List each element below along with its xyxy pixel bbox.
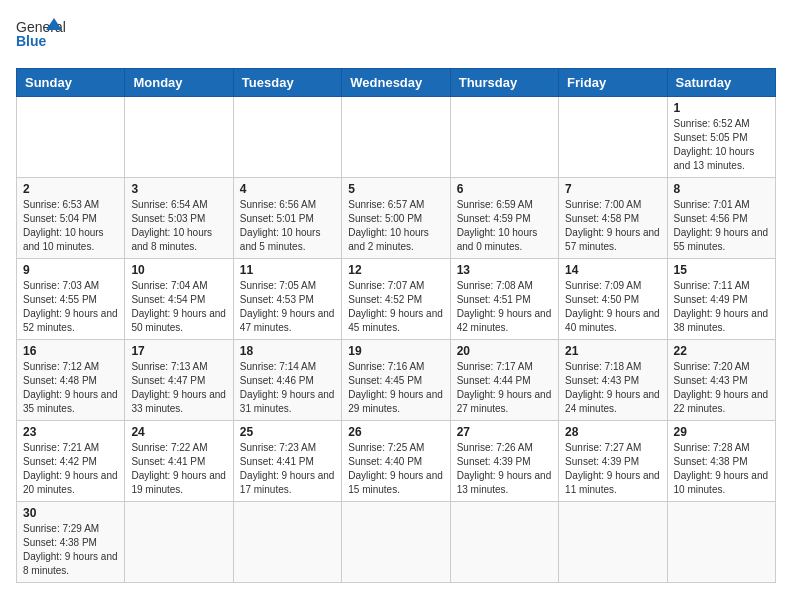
calendar-cell: 10Sunrise: 7:04 AM Sunset: 4:54 PM Dayli… — [125, 259, 233, 340]
day-number: 19 — [348, 344, 443, 358]
weekday-header-sunday: Sunday — [17, 69, 125, 97]
calendar-cell: 7Sunrise: 7:00 AM Sunset: 4:58 PM Daylig… — [559, 178, 667, 259]
calendar-cell: 27Sunrise: 7:26 AM Sunset: 4:39 PM Dayli… — [450, 421, 558, 502]
day-info: Sunrise: 6:54 AM Sunset: 5:03 PM Dayligh… — [131, 198, 226, 254]
day-number: 24 — [131, 425, 226, 439]
day-number: 27 — [457, 425, 552, 439]
weekday-header-monday: Monday — [125, 69, 233, 97]
weekday-header-thursday: Thursday — [450, 69, 558, 97]
day-info: Sunrise: 6:57 AM Sunset: 5:00 PM Dayligh… — [348, 198, 443, 254]
day-number: 18 — [240, 344, 335, 358]
day-info: Sunrise: 7:13 AM Sunset: 4:47 PM Dayligh… — [131, 360, 226, 416]
day-number: 14 — [565, 263, 660, 277]
day-info: Sunrise: 7:07 AM Sunset: 4:52 PM Dayligh… — [348, 279, 443, 335]
svg-text:Blue: Blue — [16, 33, 47, 49]
day-number: 26 — [348, 425, 443, 439]
day-number: 6 — [457, 182, 552, 196]
day-info: Sunrise: 7:25 AM Sunset: 4:40 PM Dayligh… — [348, 441, 443, 497]
day-number: 25 — [240, 425, 335, 439]
day-info: Sunrise: 7:18 AM Sunset: 4:43 PM Dayligh… — [565, 360, 660, 416]
weekday-header-saturday: Saturday — [667, 69, 775, 97]
day-number: 2 — [23, 182, 118, 196]
day-info: Sunrise: 7:20 AM Sunset: 4:43 PM Dayligh… — [674, 360, 769, 416]
day-info: Sunrise: 6:53 AM Sunset: 5:04 PM Dayligh… — [23, 198, 118, 254]
day-number: 23 — [23, 425, 118, 439]
calendar-cell — [559, 502, 667, 583]
day-info: Sunrise: 7:17 AM Sunset: 4:44 PM Dayligh… — [457, 360, 552, 416]
day-info: Sunrise: 7:28 AM Sunset: 4:38 PM Dayligh… — [674, 441, 769, 497]
day-info: Sunrise: 7:11 AM Sunset: 4:49 PM Dayligh… — [674, 279, 769, 335]
weekday-header-row: SundayMondayTuesdayWednesdayThursdayFrid… — [17, 69, 776, 97]
day-info: Sunrise: 7:16 AM Sunset: 4:45 PM Dayligh… — [348, 360, 443, 416]
day-info: Sunrise: 6:59 AM Sunset: 4:59 PM Dayligh… — [457, 198, 552, 254]
day-info: Sunrise: 7:05 AM Sunset: 4:53 PM Dayligh… — [240, 279, 335, 335]
calendar-cell: 8Sunrise: 7:01 AM Sunset: 4:56 PM Daylig… — [667, 178, 775, 259]
calendar-cell — [125, 502, 233, 583]
day-number: 30 — [23, 506, 118, 520]
calendar-week-row: 9Sunrise: 7:03 AM Sunset: 4:55 PM Daylig… — [17, 259, 776, 340]
day-number: 9 — [23, 263, 118, 277]
calendar-cell: 17Sunrise: 7:13 AM Sunset: 4:47 PM Dayli… — [125, 340, 233, 421]
day-info: Sunrise: 7:21 AM Sunset: 4:42 PM Dayligh… — [23, 441, 118, 497]
calendar-cell — [233, 97, 341, 178]
generalblue-logo-icon: GeneralBlue — [16, 16, 66, 56]
page-header: GeneralBlue — [16, 16, 776, 56]
day-number: 1 — [674, 101, 769, 115]
day-number: 13 — [457, 263, 552, 277]
calendar-cell: 24Sunrise: 7:22 AM Sunset: 4:41 PM Dayli… — [125, 421, 233, 502]
day-info: Sunrise: 6:56 AM Sunset: 5:01 PM Dayligh… — [240, 198, 335, 254]
day-number: 11 — [240, 263, 335, 277]
day-number: 16 — [23, 344, 118, 358]
calendar-cell: 1Sunrise: 6:52 AM Sunset: 5:05 PM Daylig… — [667, 97, 775, 178]
calendar-week-row: 1Sunrise: 6:52 AM Sunset: 5:05 PM Daylig… — [17, 97, 776, 178]
day-info: Sunrise: 7:12 AM Sunset: 4:48 PM Dayligh… — [23, 360, 118, 416]
day-info: Sunrise: 7:23 AM Sunset: 4:41 PM Dayligh… — [240, 441, 335, 497]
day-number: 12 — [348, 263, 443, 277]
weekday-header-wednesday: Wednesday — [342, 69, 450, 97]
calendar-cell: 12Sunrise: 7:07 AM Sunset: 4:52 PM Dayli… — [342, 259, 450, 340]
calendar-week-row: 16Sunrise: 7:12 AM Sunset: 4:48 PM Dayli… — [17, 340, 776, 421]
day-number: 17 — [131, 344, 226, 358]
day-number: 8 — [674, 182, 769, 196]
calendar-cell — [233, 502, 341, 583]
calendar-week-row: 30Sunrise: 7:29 AM Sunset: 4:38 PM Dayli… — [17, 502, 776, 583]
calendar-cell: 15Sunrise: 7:11 AM Sunset: 4:49 PM Dayli… — [667, 259, 775, 340]
calendar-cell — [450, 97, 558, 178]
calendar-cell: 28Sunrise: 7:27 AM Sunset: 4:39 PM Dayli… — [559, 421, 667, 502]
calendar-cell: 13Sunrise: 7:08 AM Sunset: 4:51 PM Dayli… — [450, 259, 558, 340]
calendar-cell: 3Sunrise: 6:54 AM Sunset: 5:03 PM Daylig… — [125, 178, 233, 259]
weekday-header-tuesday: Tuesday — [233, 69, 341, 97]
calendar-cell: 26Sunrise: 7:25 AM Sunset: 4:40 PM Dayli… — [342, 421, 450, 502]
calendar-cell: 11Sunrise: 7:05 AM Sunset: 4:53 PM Dayli… — [233, 259, 341, 340]
calendar-cell: 21Sunrise: 7:18 AM Sunset: 4:43 PM Dayli… — [559, 340, 667, 421]
calendar-cell — [667, 502, 775, 583]
calendar-cell — [17, 97, 125, 178]
calendar-cell: 4Sunrise: 6:56 AM Sunset: 5:01 PM Daylig… — [233, 178, 341, 259]
day-info: Sunrise: 7:00 AM Sunset: 4:58 PM Dayligh… — [565, 198, 660, 254]
day-info: Sunrise: 7:22 AM Sunset: 4:41 PM Dayligh… — [131, 441, 226, 497]
calendar-week-row: 2Sunrise: 6:53 AM Sunset: 5:04 PM Daylig… — [17, 178, 776, 259]
day-number: 21 — [565, 344, 660, 358]
day-number: 4 — [240, 182, 335, 196]
day-number: 20 — [457, 344, 552, 358]
calendar-cell — [342, 97, 450, 178]
day-info: Sunrise: 6:52 AM Sunset: 5:05 PM Dayligh… — [674, 117, 769, 173]
calendar-cell: 25Sunrise: 7:23 AM Sunset: 4:41 PM Dayli… — [233, 421, 341, 502]
calendar-cell: 29Sunrise: 7:28 AM Sunset: 4:38 PM Dayli… — [667, 421, 775, 502]
calendar-cell: 19Sunrise: 7:16 AM Sunset: 4:45 PM Dayli… — [342, 340, 450, 421]
day-info: Sunrise: 7:09 AM Sunset: 4:50 PM Dayligh… — [565, 279, 660, 335]
calendar-cell: 6Sunrise: 6:59 AM Sunset: 4:59 PM Daylig… — [450, 178, 558, 259]
calendar-cell: 2Sunrise: 6:53 AM Sunset: 5:04 PM Daylig… — [17, 178, 125, 259]
calendar-cell: 5Sunrise: 6:57 AM Sunset: 5:00 PM Daylig… — [342, 178, 450, 259]
calendar-cell: 30Sunrise: 7:29 AM Sunset: 4:38 PM Dayli… — [17, 502, 125, 583]
calendar-cell: 23Sunrise: 7:21 AM Sunset: 4:42 PM Dayli… — [17, 421, 125, 502]
day-number: 29 — [674, 425, 769, 439]
day-info: Sunrise: 7:08 AM Sunset: 4:51 PM Dayligh… — [457, 279, 552, 335]
weekday-header-friday: Friday — [559, 69, 667, 97]
day-number: 7 — [565, 182, 660, 196]
day-number: 5 — [348, 182, 443, 196]
day-info: Sunrise: 7:26 AM Sunset: 4:39 PM Dayligh… — [457, 441, 552, 497]
day-number: 10 — [131, 263, 226, 277]
calendar-cell: 16Sunrise: 7:12 AM Sunset: 4:48 PM Dayli… — [17, 340, 125, 421]
day-info: Sunrise: 7:14 AM Sunset: 4:46 PM Dayligh… — [240, 360, 335, 416]
